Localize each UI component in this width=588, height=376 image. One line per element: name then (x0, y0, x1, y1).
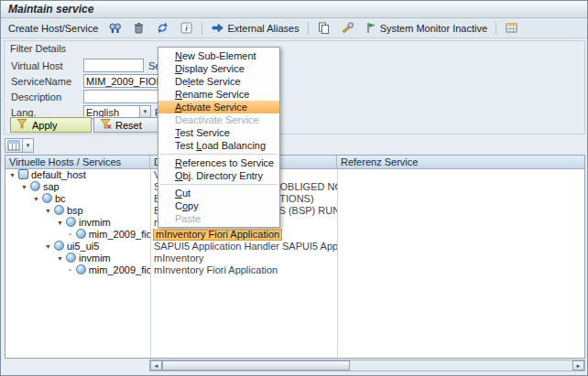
menu-item-delete-service[interactable]: Delete Service (158, 75, 279, 88)
menu-item-obj-directory-entry[interactable]: Obj. Directory Entry (158, 169, 279, 182)
menu-item-new-sub-element[interactable]: New Sub-Element (158, 49, 279, 62)
scroll-track[interactable] (350, 360, 572, 371)
scroll-left-button[interactable]: ◄ (150, 360, 162, 371)
external-aliases-label: External Aliases (227, 23, 299, 34)
tree-row[interactable]: ▼bspBUSINESS SERVER PAGES (BSP) RUNTIME (5, 205, 584, 217)
menu-item-test-service[interactable]: Test Service (158, 126, 279, 139)
window-title-bar: Maintain service (1, 1, 587, 18)
expand-arrow-icon[interactable]: ▼ (57, 220, 63, 226)
toolbar-separator (201, 22, 202, 35)
expand-arrow-icon[interactable]: ▼ (9, 172, 16, 178)
service-icon (76, 229, 86, 239)
menu-item-references-to-service[interactable]: References to Service (158, 156, 279, 169)
delete-icon[interactable] (127, 20, 150, 37)
menu-item-test-load-balancing[interactable]: Test Load Balancing (158, 139, 279, 152)
menu-item-copy[interactable]: Copy (158, 199, 279, 212)
node-ref-service (337, 169, 584, 181)
menu-item-paste: Paste (158, 212, 279, 225)
description-input[interactable] (83, 90, 162, 103)
service-icon (54, 241, 64, 251)
service-icon (66, 217, 76, 227)
scroll-thumb[interactable] (162, 360, 350, 371)
node-ref-service (337, 229, 584, 241)
tree-body: ▼default_hostVIRTUAL DEFAULT HOST▼sapSAP… (5, 169, 584, 276)
menu-separator (160, 154, 278, 155)
menu-item-deactivate-service: Deactivate Service (158, 113, 279, 126)
flag-icon (365, 21, 377, 35)
reset-label: Reset (115, 120, 142, 131)
find-icon[interactable] (103, 20, 126, 37)
tree-row[interactable]: ▼bcBASIS TREE (BASIS FUNCTIONS) (5, 193, 584, 205)
servicename-label: ServiceName (11, 76, 71, 87)
node-name[interactable]: invmim (79, 217, 111, 228)
tree-row[interactable]: ▼invmimmInventory (5, 252, 584, 264)
tree-row[interactable]: ▼invmimmInventory (5, 217, 584, 229)
external-aliases-button[interactable]: External Aliases (206, 20, 303, 37)
copy-icon[interactable] (312, 20, 335, 37)
node-name[interactable]: bsp (67, 205, 83, 216)
column-header-hosts-services: Virtuelle Hosts / Services (5, 156, 150, 168)
apply-button[interactable]: Apply (10, 117, 92, 133)
service-icon (54, 205, 64, 215)
node-description[interactable]: mInventory Fiori Application (154, 264, 278, 275)
node-name[interactable]: default_host (31, 169, 86, 180)
node-name[interactable]: sap (43, 181, 60, 192)
filter-details-title: Filter Details (10, 43, 66, 54)
leaf-bullet: · (69, 229, 72, 240)
tools-icon[interactable] (336, 20, 359, 37)
table-icon[interactable] (500, 20, 523, 37)
node-ref-service (337, 264, 584, 276)
toolbar-separator (495, 22, 496, 35)
expand-arrow-icon[interactable]: ▼ (33, 196, 39, 202)
node-description[interactable]: SAPUI5 Application Handler SAPUI5 Applic… (154, 241, 337, 252)
info-icon[interactable]: i (175, 20, 198, 37)
tree-row[interactable]: ·mim_2009_fiorimInventory Fiori Applicat… (5, 229, 584, 241)
tree-row[interactable]: ▼ui5_ui5SAPUI5 Application Handler SAPUI… (5, 241, 584, 252)
column-header-reference-service: Referenz Service (337, 156, 584, 168)
node-name[interactable]: bc (55, 193, 66, 204)
node-name[interactable]: ui5_ui5 (67, 241, 99, 252)
node-description[interactable]: mInventory (154, 252, 203, 263)
node-ref-service (337, 252, 584, 264)
menu-item-rename-service[interactable]: Rename Service (158, 88, 279, 101)
node-ref-service (337, 193, 584, 205)
tree-row[interactable]: ▼sapSAP NAMESPACE; SAP IS OBLIGED NOT T.… (5, 181, 584, 193)
expand-arrow-icon[interactable]: ▼ (57, 255, 63, 262)
filter-reset-icon (100, 118, 112, 132)
apply-label: Apply (32, 120, 58, 131)
node-name[interactable]: mim_2009_fiori (89, 264, 150, 275)
scroll-right-button[interactable]: ► (572, 360, 584, 371)
tree-toolbar: ▼ (5, 138, 34, 153)
create-host-service-button[interactable]: Create Host/Service (4, 20, 103, 37)
expand-arrow-icon[interactable]: ▼ (21, 184, 27, 190)
service-icon (30, 181, 40, 191)
h-scrollbar[interactable]: ◄ ► (149, 360, 585, 371)
node-ref-service (337, 205, 584, 217)
expand-arrow-icon[interactable]: ▼ (45, 243, 51, 250)
node-ref-service (337, 181, 584, 193)
arrow-right-icon (211, 21, 224, 35)
service-icon (76, 264, 86, 274)
system-monitor-label: System Monitor Inactive (380, 23, 487, 34)
services-tree-table: Virtuelle Hosts / Services Dokumentation… (5, 155, 585, 359)
tree-row[interactable]: ▼default_hostVIRTUAL DEFAULT HOST (5, 169, 584, 181)
expand-arrow-icon[interactable]: ▼ (45, 208, 51, 214)
page-title: Maintain service (8, 3, 93, 16)
menu-item-display-service[interactable]: Display Service (158, 62, 279, 75)
layout-icon[interactable] (5, 138, 23, 153)
menu-item-activate-service[interactable]: Activate Service (158, 101, 279, 113)
node-name[interactable]: invmim (79, 252, 111, 263)
node-ref-service (337, 241, 584, 252)
virtual-host-input[interactable] (83, 59, 144, 72)
node-ref-service (337, 217, 584, 229)
filter-icon (16, 118, 28, 132)
refresh-icon[interactable] (151, 20, 174, 37)
node-name[interactable]: mim_2009_fiori (89, 229, 150, 240)
layout-dropdown-icon[interactable]: ▼ (22, 138, 34, 153)
node-description[interactable]: mInventory Fiori Application (154, 229, 281, 240)
tree-row[interactable]: ·mim_2009_fiorimInventory Fiori Applicat… (5, 264, 584, 276)
host-icon (18, 169, 28, 179)
system-monitor-button[interactable]: System Monitor Inactive (360, 20, 492, 37)
menu-item-cut[interactable]: Cut (158, 187, 279, 199)
service-icon (42, 193, 52, 203)
